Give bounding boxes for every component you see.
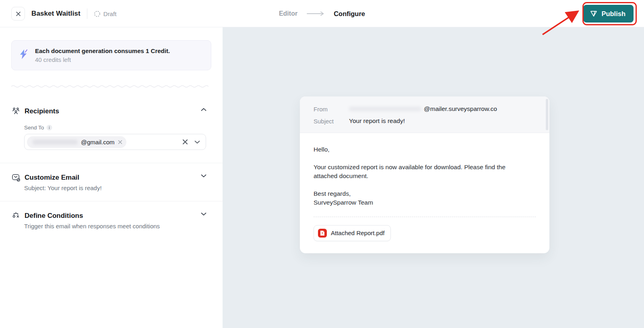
preview-canvas: From @mailer.surveysparrow.co Subject Yo… bbox=[223, 27, 644, 328]
email-body: Hello, Your customized report is now ava… bbox=[300, 133, 549, 241]
publish-button[interactable]: Publish bbox=[583, 5, 634, 23]
section-divider bbox=[0, 201, 223, 201]
section-define-conditions[interactable]: Define Conditions Trigger this email whe… bbox=[0, 211, 223, 230]
email-greeting: Hello, bbox=[314, 145, 536, 154]
define-conditions-subtitle: Trigger this email when responses meet c… bbox=[24, 223, 211, 230]
send-to-input[interactable]: @gmail.com bbox=[24, 134, 206, 150]
recipient-email-chip[interactable]: @gmail.com bbox=[27, 136, 126, 148]
redacted-email-name bbox=[33, 139, 78, 145]
attachment-chip[interactable]: Attached Report.pdf bbox=[314, 225, 391, 241]
credit-notice: Each document generation consumes 1 Cred… bbox=[11, 40, 211, 70]
status-badge-label: Draft bbox=[103, 10, 117, 17]
tab-editor[interactable]: Editor bbox=[279, 10, 297, 17]
section-customize-email[interactable]: Customize Email Subject: Your report is … bbox=[0, 173, 223, 191]
recipients-group-icon bbox=[11, 107, 21, 116]
section-recipients: Recipients Send To @gmail.com bbox=[0, 107, 223, 150]
publish-button-label: Publish bbox=[601, 10, 625, 18]
email-preview-card: From @mailer.surveysparrow.co Subject Yo… bbox=[300, 96, 549, 253]
credit-notice-subtitle: 40 credits left bbox=[35, 56, 170, 63]
pdf-icon bbox=[318, 229, 327, 238]
section-divider bbox=[0, 163, 223, 163]
recipients-title: Recipients bbox=[25, 107, 59, 115]
from-label: From bbox=[314, 106, 349, 113]
recipient-email-domain: @gmail.com bbox=[81, 139, 115, 146]
survey-title: Basket Waitlist bbox=[31, 10, 80, 18]
credit-notice-title: Each document generation consumes 1 Cred… bbox=[35, 47, 170, 54]
clear-field-icon[interactable] bbox=[182, 139, 188, 145]
subject-value: Your report is ready! bbox=[349, 117, 405, 125]
tab-configure[interactable]: Configure bbox=[334, 10, 365, 18]
email-paragraph: Your customized report is now available … bbox=[314, 163, 515, 180]
customize-email-subtitle: Subject: Your report is ready! bbox=[24, 184, 211, 191]
chevron-down-icon[interactable] bbox=[201, 212, 206, 216]
card-scrollbar[interactable] bbox=[546, 99, 548, 130]
define-conditions-title: Define Conditions bbox=[25, 212, 83, 220]
chevron-up-icon[interactable] bbox=[201, 108, 206, 111]
chip-remove-icon[interactable] bbox=[118, 140, 122, 144]
redacted-from-name bbox=[349, 107, 421, 111]
info-icon[interactable] bbox=[46, 125, 52, 131]
from-domain: @mailer.surveysparrow.co bbox=[424, 105, 497, 113]
send-icon bbox=[590, 10, 598, 18]
attachment-name: Attached Report.pdf bbox=[331, 229, 384, 238]
chevron-down-icon[interactable] bbox=[201, 174, 206, 178]
customize-email-title: Customize Email bbox=[25, 174, 79, 182]
email-signature: SurveySparrow Team bbox=[314, 198, 536, 207]
email-signoff: Best regards, bbox=[314, 189, 536, 198]
wavy-divider bbox=[11, 84, 211, 89]
email-edit-icon bbox=[11, 173, 21, 182]
chevron-down-icon[interactable] bbox=[194, 140, 200, 144]
top-header: Basket Waitlist Draft Editor Configure P… bbox=[0, 0, 644, 27]
close-button[interactable] bbox=[11, 7, 25, 20]
arrow-right-icon bbox=[306, 11, 325, 16]
attachment-divider bbox=[314, 217, 536, 217]
status-badge: Draft bbox=[94, 10, 117, 17]
email-header: From @mailer.surveysparrow.co Subject Yo… bbox=[300, 96, 549, 133]
subject-label: Subject bbox=[314, 118, 349, 125]
draft-dashed-circle-icon bbox=[94, 10, 101, 17]
configure-sidebar: Each document generation consumes 1 Cred… bbox=[0, 27, 223, 328]
header-divider bbox=[87, 8, 87, 19]
send-to-label: Send To bbox=[24, 125, 44, 131]
lightning-icon bbox=[19, 49, 29, 59]
conditions-flow-icon bbox=[11, 211, 21, 220]
close-icon bbox=[16, 11, 21, 16]
